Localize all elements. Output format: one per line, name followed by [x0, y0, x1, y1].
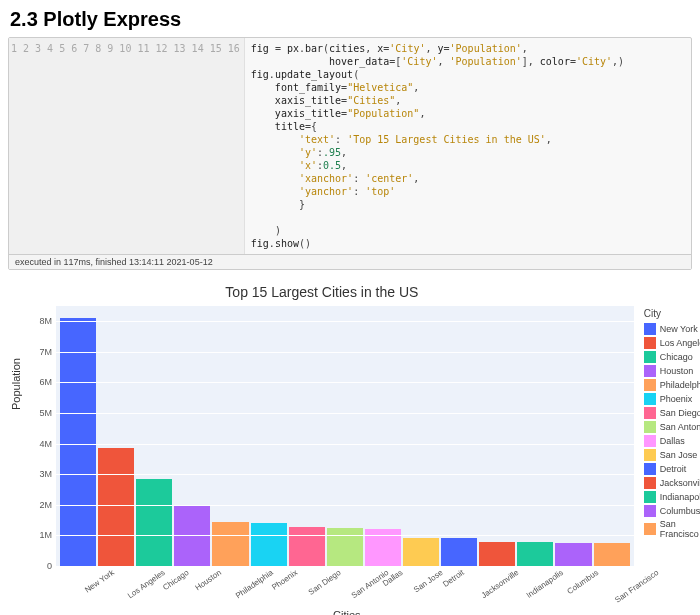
legend-swatch-icon	[644, 505, 656, 517]
x-tick-labels: New YorkLos AngelesChicagoHoustonPhilade…	[56, 566, 634, 577]
legend-label: San Jose	[660, 450, 698, 460]
legend-swatch-icon	[644, 435, 656, 447]
y-tick-label: 2M	[39, 500, 52, 510]
legend-item[interactable]: San Jose	[644, 448, 700, 462]
legend-item[interactable]: San Antonio	[644, 420, 700, 434]
code-content[interactable]: fig = px.bar(cities, x='City', y='Popula…	[245, 38, 630, 254]
legend-item[interactable]: Houston	[644, 364, 700, 378]
legend-label: New York	[660, 324, 698, 334]
y-tick-label: 6M	[39, 377, 52, 387]
legend-label: Indianapolis	[660, 492, 700, 502]
section-heading: 2.3 Plotly Express	[0, 0, 700, 37]
bar[interactable]	[136, 479, 172, 566]
legend-label: Detroit	[660, 464, 687, 474]
execution-status: executed in 117ms, finished 13:14:11 202…	[9, 254, 691, 269]
legend-item[interactable]: Philadelphia	[644, 378, 700, 392]
legend-label: San Diego	[660, 408, 700, 418]
legend-item[interactable]: Detroit	[644, 462, 700, 476]
legend-label: Phoenix	[660, 394, 693, 404]
legend-item[interactable]: San Francisco	[644, 518, 700, 540]
bar[interactable]	[251, 523, 287, 566]
x-tick-label: New York	[60, 568, 94, 577]
legend-swatch-icon	[644, 523, 656, 535]
bar[interactable]	[555, 543, 591, 566]
legend-swatch-icon	[644, 393, 656, 405]
legend-item[interactable]: Phoenix	[644, 392, 700, 406]
bar[interactable]	[212, 522, 248, 566]
legend-label: Chicago	[660, 352, 693, 362]
legend-label: Jacksonville	[660, 478, 700, 488]
plot-area[interactable]: 01M2M3M4M5M6M7M8M	[56, 306, 634, 566]
legend-swatch-icon	[644, 379, 656, 391]
line-number-gutter: 1 2 3 4 5 6 7 8 9 10 11 12 13 14 15 16	[9, 38, 245, 254]
legend-swatch-icon	[644, 449, 656, 461]
legend-label: Columbus	[660, 506, 700, 516]
y-tick-label: 1M	[39, 530, 52, 540]
bars-container	[56, 306, 634, 566]
chart-title: Top 15 Largest Cities in the US	[6, 276, 638, 306]
bar[interactable]	[403, 538, 439, 566]
y-axis-label: Population	[10, 358, 22, 410]
legend-label: Los Angeles	[660, 338, 700, 348]
legend-swatch-icon	[644, 407, 656, 419]
legend-swatch-icon	[644, 323, 656, 335]
legend-item[interactable]: Jacksonville	[644, 476, 700, 490]
legend-label: San Francisco	[660, 519, 700, 539]
legend-swatch-icon	[644, 337, 656, 349]
bar[interactable]	[60, 318, 96, 566]
legend-item[interactable]: New York	[644, 322, 700, 336]
legend-item[interactable]: Los Angeles	[644, 336, 700, 350]
bar[interactable]	[98, 448, 134, 566]
legend-title: City	[644, 308, 700, 322]
legend-item[interactable]: Chicago	[644, 350, 700, 364]
legend-swatch-icon	[644, 351, 656, 363]
legend-label: San Antonio	[660, 422, 700, 432]
legend-swatch-icon	[644, 421, 656, 433]
code-cell[interactable]: 1 2 3 4 5 6 7 8 9 10 11 12 13 14 15 16 f…	[8, 37, 692, 270]
y-tick-label: 5M	[39, 408, 52, 418]
y-tick-label: 7M	[39, 347, 52, 357]
legend-swatch-icon	[644, 463, 656, 475]
legend-item[interactable]: Indianapolis	[644, 490, 700, 504]
legend-label: Philadelphia	[660, 380, 700, 390]
legend-swatch-icon	[644, 365, 656, 377]
legend: City New YorkLos AngelesChicagoHoustonPh…	[638, 276, 700, 615]
legend-item[interactable]: Columbus	[644, 504, 700, 518]
legend-swatch-icon	[644, 491, 656, 503]
bar[interactable]	[517, 542, 553, 566]
legend-item[interactable]: San Diego	[644, 406, 700, 420]
bar[interactable]	[327, 528, 363, 566]
y-tick-label: 4M	[39, 439, 52, 449]
y-tick-label: 8M	[39, 316, 52, 326]
legend-label: Dallas	[660, 436, 685, 446]
bar[interactable]	[479, 542, 515, 566]
legend-swatch-icon	[644, 477, 656, 489]
y-tick-label: 0	[47, 561, 52, 571]
bar[interactable]	[289, 527, 325, 566]
legend-label: Houston	[660, 366, 694, 376]
bar[interactable]	[441, 538, 477, 566]
bar[interactable]	[594, 543, 630, 566]
chart-output[interactable]: Top 15 Largest Cities in the US Populati…	[0, 270, 700, 615]
legend-item[interactable]: Dallas	[644, 434, 700, 448]
y-tick-label: 3M	[39, 469, 52, 479]
